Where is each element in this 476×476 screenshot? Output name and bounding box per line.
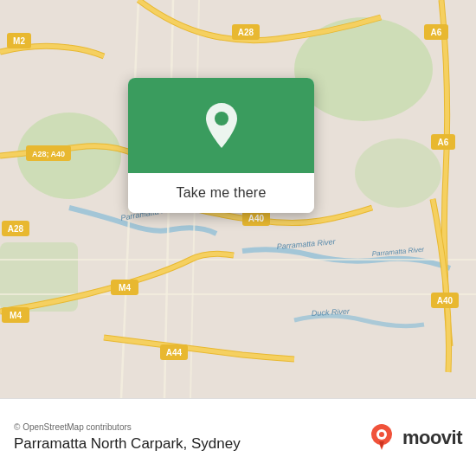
- moovit-text: moovit: [402, 427, 462, 449]
- bottom-bar: © OpenStreetMap contributors Parramatta …: [0, 398, 476, 476]
- popup-green-area: [128, 78, 314, 173]
- bottom-left-info: © OpenStreetMap contributors Parramatta …: [14, 422, 241, 453]
- svg-point-5: [355, 138, 441, 208]
- location-pin-icon: [201, 101, 242, 150]
- svg-point-37: [215, 112, 228, 125]
- copyright-text: © OpenStreetMap contributors: [14, 422, 241, 432]
- svg-text:A6: A6: [431, 28, 442, 37]
- svg-text:A44: A44: [166, 348, 183, 357]
- svg-point-40: [379, 432, 384, 437]
- svg-text:A40: A40: [248, 214, 265, 223]
- take-me-there-button[interactable]: Take me there: [128, 173, 314, 213]
- svg-text:A40: A40: [437, 296, 453, 306]
- moovit-icon: [366, 422, 397, 453]
- svg-text:A28: A28: [238, 28, 254, 37]
- map-container[interactable]: M2 A28 A6 A28; A40 A28 M4 M4 A40 A44 A6 …: [0, 0, 476, 398]
- popup-card: Take me there: [128, 78, 314, 213]
- svg-text:A6: A6: [438, 138, 449, 147]
- place-info: Parramatta North Carpark, Sydney: [14, 435, 241, 453]
- svg-text:A28; A40: A28; A40: [32, 150, 65, 158]
- svg-text:M4: M4: [119, 283, 131, 293]
- place-name: Parramatta North Carpark, Sydney: [14, 435, 241, 452]
- moovit-logo: moovit: [366, 422, 462, 453]
- svg-text:M4: M4: [10, 311, 22, 320]
- svg-text:M2: M2: [13, 36, 25, 46]
- svg-text:A28: A28: [8, 224, 24, 234]
